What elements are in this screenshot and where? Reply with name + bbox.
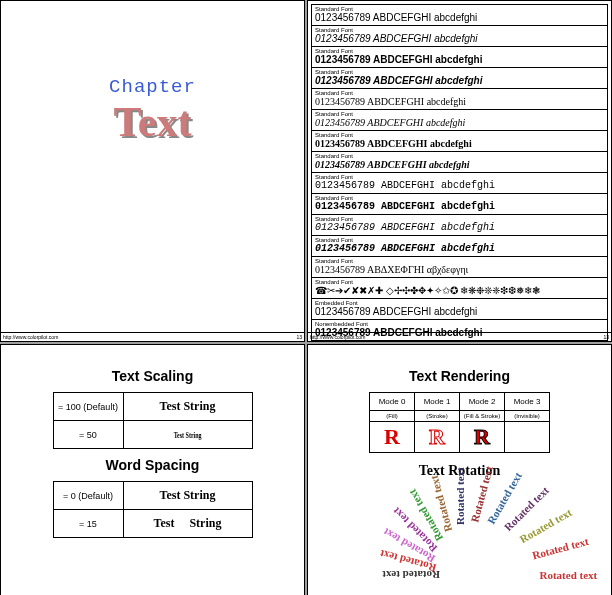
scaling-row-value: Test String [174,431,202,440]
rendering-title: Text Rendering [328,368,591,384]
rotated-text: Rotated text [540,569,598,581]
rendering-mode-header: Mode 1 [415,393,460,411]
font-sample-row: Standard Font☎✂➔✔✘✖✗✚ ◇✢✣✤✥✦✧✩✪ ❄❋❉❊❈❇❆❅… [311,278,608,299]
font-sample-text: 0123456789 ABDCEFGHI abcdefghi [315,159,604,171]
font-sample-text: 0123456789 ABDCEFGHI abcdefghi [315,96,604,108]
page-rendering: Text Rendering Mode 0 Mode 1 Mode 2 Mode… [307,344,612,595]
wordspacing-row-label: = 0 (Default) [53,482,123,510]
page-fontlist: Standard Font0123456789 ABDCEFGHI abcdef… [307,0,612,342]
rendering-mode-header: Mode 0 [370,393,415,411]
footer: http://www.colorpilot.com13 [1,332,304,341]
font-sample-row: Embedded Font0123456789 ABDCEFGHI abcdef… [311,299,608,320]
font-sample-text: 0123456789 ABDCEFGHI abcdefghi [315,243,604,255]
font-sample-text: 0123456789 ABDCEFGHI abcdefghi [315,222,604,234]
font-sample-row: Standard Font0123456789 ABDCEFGHI abcdef… [311,194,608,215]
font-sample-row: Standard Font0123456789 ABDCEFGHI abcdef… [311,215,608,236]
rendering-mode-header: Mode 2 [460,393,505,411]
rendering-sample-fillstroke: R [474,424,490,449]
page-scaling: Text Scaling = 100 (Default)Test String … [0,344,305,595]
scaling-row-label: = 100 (Default) [53,393,123,421]
rendering-mode-sub: (Invisible) [505,411,550,422]
rendering-table: Mode 0 Mode 1 Mode 2 Mode 3 (Fill) (Stro… [369,392,550,453]
chapter-label: Chapter [1,76,304,98]
font-samples-list: Standard Font0123456789 ABDCEFGHI abcdef… [308,1,611,342]
wordspacing-row-value: Test String [160,488,216,502]
font-sample-row: Standard Font0123456789 ABDCEFGHI abcdef… [311,110,608,131]
rendering-mode-sub: (Fill) [370,411,415,422]
font-sample-row: Standard Font0123456789 ABDCEFGHI abcdef… [311,236,608,257]
wordspacing-row-value: Test String [154,516,222,530]
footer-url: http://www.colorpilot.com [3,334,58,340]
wordspacing-title: Word Spacing [41,457,264,473]
scaling-table: = 100 (Default)Test String = 50Test Stri… [53,392,253,449]
scaling-row-value: Test String [160,399,216,413]
rendering-sample-fill: R [384,424,400,449]
rendering-mode-sub: (Stroke) [415,411,460,422]
page-chapter: Chapter Text http://www.colorpilot.com13 [0,0,305,342]
footer: http://www.colorpilot.com13 [308,332,611,341]
font-sample-row: Standard Font0123456789 ABDCEFGHI abcdef… [311,89,608,110]
font-sample-row: Standard Font0123456789 ΑΒΔΧΕΦΓΗΙ αβχδεφ… [311,257,608,278]
font-sample-row: Standard Font0123456789 ABDCEFGHI abcdef… [311,173,608,194]
rendering-mode-sub: (Fill & Stroke) [460,411,505,422]
rotated-text: Rotated text [530,535,589,562]
font-sample-row: Standard Font0123456789 ABDCEFGHI abcdef… [311,47,608,68]
font-sample-text: 0123456789 ΑΒΔΧΕΦΓΗΙ αβχδεφγηι [315,264,604,276]
wordspacing-row-label: = 15 [53,510,123,538]
font-sample-row: Standard Font0123456789 ABDCEFGHI abcdef… [311,4,608,26]
rendering-sample-invisible: R [519,424,535,449]
rotated-text: Rotated text [454,467,466,525]
rendering-sample-stroke: R [429,424,445,449]
font-sample-text: 0123456789 ABDCEFGHI abcdefghi [315,12,604,24]
chapter-title: Text [1,98,304,146]
font-sample-text: 0123456789 ABDCEFGHI abcdefghi [315,117,604,129]
font-sample-text: 0123456789 ABDCEFGHI abcdefghi [315,180,604,192]
font-sample-text: 0123456789 ABDCEFGHI abcdefghi [315,138,604,150]
font-sample-text: ☎✂➔✔✘✖✗✚ ◇✢✣✤✥✦✧✩✪ ❄❋❉❊❈❇❆❅❄❃ [315,285,604,297]
font-sample-text: 0123456789 ABDCEFGHI abcdefghi [315,75,604,87]
font-sample-row: Standard Font0123456789 ABDCEFGHI abcdef… [311,26,608,47]
footer-pagenum: 13 [296,334,302,340]
font-sample-text: 0123456789 ABDCEFGHI abcdefghi [315,54,604,66]
font-sample-text: 0123456789 ABDCEFGHI abcdefghi [315,33,604,45]
font-sample-row: Standard Font0123456789 ABDCEFGHI abcdef… [311,68,608,89]
scaling-title: Text Scaling [41,368,264,384]
font-sample-row: Standard Font0123456789 ABDCEFGHI abcdef… [311,131,608,152]
footer-url: http://www.colorpilot.com [310,334,365,340]
wordspacing-table: = 0 (Default)Test String = 15Test String [53,481,253,538]
rendering-mode-header: Mode 3 [505,393,550,411]
font-sample-row: Standard Font0123456789 ABDCEFGHI abcdef… [311,152,608,173]
scaling-row-label: = 50 [53,421,123,449]
rotation-fan: Rotated textRotated textRotated textRota… [328,469,591,589]
font-sample-text: 0123456789 ABDCEFGHI abcdefghi [315,201,604,213]
font-sample-text: 0123456789 ABDCEFGHI abcdefghi [315,306,604,318]
footer-pagenum: 13 [603,334,609,340]
